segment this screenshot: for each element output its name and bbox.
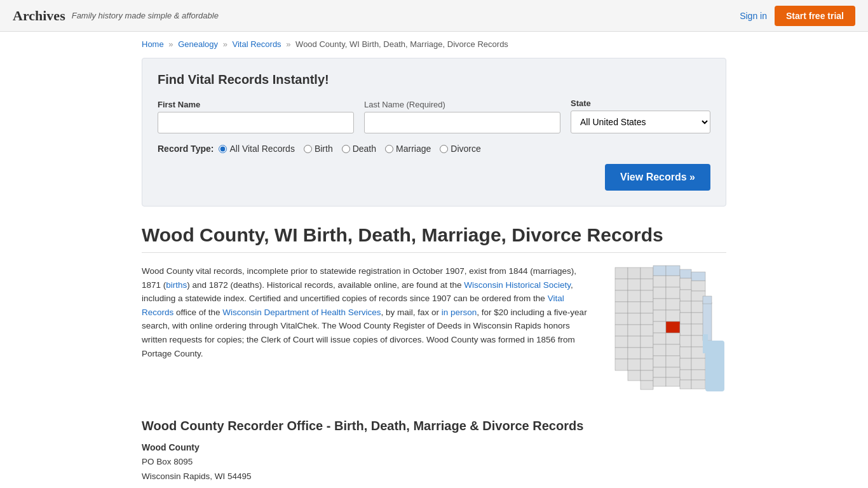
svg-rect-31 [653, 310, 666, 322]
svg-rect-32 [666, 310, 680, 322]
breadcrumb-sep-1: » [168, 39, 173, 49]
section-heading: Wood County Recorder Office - Birth, Dea… [142, 419, 726, 433]
svg-rect-8 [628, 279, 641, 290]
radio-divorce[interactable]: Divorce [440, 144, 480, 154]
header: Archives Family history made simple & af… [0, 0, 868, 32]
svg-rect-33 [680, 313, 691, 324]
svg-rect-11 [666, 276, 680, 287]
svg-rect-35 [615, 325, 628, 336]
svg-rect-26 [680, 301, 691, 313]
svg-rect-36 [628, 325, 641, 336]
svg-rect-53 [666, 344, 680, 356]
first-name-input[interactable] [158, 112, 354, 133]
address-line2: Wisconsin Rapids, WI 54495 [142, 470, 726, 484]
svg-rect-9 [641, 279, 653, 290]
svg-rect-42 [615, 336, 628, 348]
svg-rect-57 [628, 359, 641, 370]
svg-rect-16 [641, 290, 653, 302]
radio-all-vital-label: All Vital Records [229, 144, 294, 154]
svg-rect-10 [653, 276, 666, 287]
state-select[interactable]: All United States Alabama Alaska Arizona… [571, 111, 710, 133]
svg-rect-6 [691, 272, 705, 281]
last-name-required: (Required) [407, 100, 445, 109]
main-content: Home » Genealogy » Vital Records » Wood … [129, 32, 739, 488]
svg-rect-69 [641, 381, 653, 390]
whs-link[interactable]: Wisconsin Historical Society [464, 280, 571, 290]
office-name: Wood County [142, 442, 726, 452]
record-type-label: Record Type: [158, 144, 214, 154]
radio-divorce-label: Divorce [451, 144, 480, 154]
svg-rect-50 [628, 348, 641, 359]
record-type-row: Record Type: All Vital Records Birth Dea… [158, 144, 710, 154]
svg-rect-54 [680, 347, 691, 358]
svg-rect-51 [641, 348, 653, 359]
state-group: State All United States Alabama Alaska A… [571, 98, 710, 133]
radio-death-label: Death [353, 144, 376, 154]
radio-death[interactable]: Death [342, 144, 376, 154]
svg-rect-67 [680, 370, 691, 380]
svg-rect-14 [615, 290, 628, 302]
radio-divorce-input[interactable] [440, 145, 448, 153]
wdhs-link[interactable]: Wisconsin Department of Health Services [222, 308, 381, 317]
last-name-input[interactable] [364, 112, 560, 133]
radio-marriage-input[interactable] [385, 145, 393, 153]
content-with-map: Wood County vital records, incomplete pr… [142, 264, 726, 400]
svg-rect-21 [615, 302, 628, 313]
svg-rect-29 [628, 313, 641, 325]
svg-rect-0 [615, 268, 628, 279]
signin-link[interactable]: Sign in [740, 11, 767, 21]
content-paragraph: Wood County vital records, incomplete pr… [142, 264, 596, 360]
first-name-label: First Name [158, 100, 354, 109]
svg-rect-5 [680, 269, 691, 278]
svg-rect-56 [615, 359, 628, 370]
breadcrumb-current: Wood County, WI Birth, Death, Marriage, … [295, 39, 508, 49]
svg-rect-43 [628, 336, 641, 348]
office-address: PO Box 8095 Wisconsin Rapids, WI 54495 H… [142, 455, 726, 488]
page-title: Wood County, WI Birth, Death, Marriage, … [142, 224, 726, 246]
radio-death-input[interactable] [342, 145, 350, 153]
svg-rect-44 [641, 336, 653, 348]
radio-all-vital-input[interactable] [219, 145, 227, 153]
breadcrumb-sep-3: » [286, 39, 290, 49]
content-text: Wood County vital records, incomplete pr… [142, 264, 596, 360]
radio-birth[interactable]: Birth [304, 144, 333, 154]
svg-rect-13 [691, 281, 705, 291]
svg-rect-22 [628, 302, 641, 313]
start-trial-button[interactable]: Start free trial [775, 6, 855, 26]
svg-rect-59 [653, 356, 666, 367]
svg-rect-75 [703, 296, 712, 304]
map-container [609, 264, 726, 400]
svg-rect-23 [641, 302, 653, 313]
radio-birth-label: Birth [315, 144, 333, 154]
breadcrumb-home[interactable]: Home [142, 39, 164, 49]
search-fields: First Name Last Name (Required) State Al… [158, 98, 710, 133]
svg-rect-7 [615, 279, 628, 290]
svg-rect-70 [653, 377, 666, 386]
svg-rect-2 [641, 268, 653, 279]
svg-rect-17 [653, 287, 666, 299]
breadcrumb-genealogy[interactable]: Genealogy [178, 39, 218, 49]
header-right: Sign in Start free trial [740, 6, 855, 26]
radio-marriage-label: Marriage [396, 144, 431, 154]
svg-rect-64 [641, 370, 653, 381]
svg-rect-28 [615, 313, 628, 325]
svg-rect-49 [615, 348, 628, 359]
logo-text: Archives [13, 8, 65, 24]
breadcrumb-vital-records[interactable]: Vital Records [233, 39, 281, 49]
radio-all-vital[interactable]: All Vital Records [219, 144, 294, 154]
view-records-button[interactable]: View Records » [605, 164, 710, 191]
svg-rect-37 [641, 325, 653, 336]
header-left: Archives Family history made simple & af… [13, 8, 219, 24]
births-link[interactable]: births [166, 280, 187, 290]
svg-rect-25 [666, 299, 680, 310]
last-name-label: Last Name (Required) [364, 100, 560, 109]
breadcrumb-sep-2: » [223, 39, 227, 49]
radio-birth-input[interactable] [304, 145, 312, 153]
in-person-link[interactable]: in person [442, 308, 477, 317]
radio-marriage[interactable]: Marriage [385, 144, 431, 154]
svg-rect-18 [666, 287, 680, 299]
svg-rect-77 [703, 334, 708, 353]
state-label: State [571, 98, 710, 108]
svg-rect-62 [691, 358, 705, 370]
wi-state-map [609, 264, 726, 398]
